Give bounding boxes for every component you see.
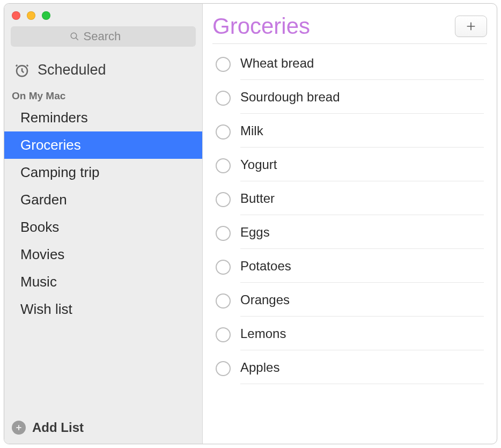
reminder-text: Milk [240,123,484,138]
reminder-checkbox[interactable] [216,226,231,241]
reminder-row[interactable]: Apples [212,350,487,384]
sidebar-list-label: Garden [20,192,67,208]
reminder-text: Butter [240,191,484,206]
reminder-text-wrap: Milk [240,123,484,148]
reminders-container: Wheat breadSourdough breadMilkYogurtButt… [212,44,487,444]
reminder-text: Eggs [240,225,484,240]
sidebar-list-item[interactable]: Groceries [4,131,202,159]
sidebar-list-item[interactable]: Camping trip [4,159,202,186]
reminder-text: Lemons [240,326,484,341]
search-field[interactable] [11,26,196,47]
sidebar-list-label: Wish list [20,301,72,317]
reminder-text-wrap: Apples [240,360,484,384]
reminder-checkbox[interactable] [216,91,231,106]
reminder-text-wrap: Oranges [240,292,484,317]
reminder-row[interactable]: Potatoes [212,249,487,283]
reminder-text-wrap: Yogurt [240,157,484,181]
reminder-checkbox[interactable] [216,192,231,207]
sidebar-list-label: Movies [20,246,64,262]
reminder-row[interactable]: Oranges [212,283,487,317]
search-container [4,24,202,52]
main-panel: Groceries Wheat breadSourdough breadMilk… [203,4,497,444]
reminder-text: Potatoes [240,259,484,274]
svg-point-0 [71,33,77,39]
list-title: Groceries [212,13,310,39]
add-list-label: Add List [32,420,84,435]
sidebar-list-label: Music [20,274,57,290]
search-input[interactable] [84,30,137,43]
sidebar-list-label: Camping trip [20,164,99,180]
search-icon [70,32,79,41]
sidebar-list-item[interactable]: Wish list [4,296,202,323]
app-window: Scheduled On My Mac RemindersGroceriesCa… [4,3,497,444]
plus-icon [465,20,477,32]
sidebar-list-item[interactable]: Movies [4,241,202,268]
lists-container: RemindersGroceriesCamping tripGardenBook… [4,104,202,414]
reminder-checkbox[interactable] [216,293,231,309]
reminder-text: Yogurt [240,157,484,172]
reminder-checkbox[interactable] [216,260,231,275]
reminder-text-wrap: Lemons [240,326,484,350]
reminder-text-wrap: Butter [240,191,484,215]
sidebar-list-item[interactable]: Garden [4,186,202,214]
reminder-row[interactable]: Butter [212,181,487,215]
sidebar-list-label: Books [20,219,59,235]
fullscreen-window-button[interactable] [42,11,50,20]
reminder-text-wrap: Potatoes [240,259,484,283]
reminder-checkbox[interactable] [216,158,231,173]
plus-circle-icon [12,421,26,435]
minimize-window-button[interactable] [27,11,35,20]
reminder-text: Sourdough bread [240,90,484,105]
reminder-checkbox[interactable] [216,327,231,342]
clock-icon [14,62,30,78]
reminder-row[interactable]: Sourdough bread [212,80,487,114]
reminder-text: Wheat bread [240,56,484,71]
reminder-checkbox[interactable] [216,57,231,72]
reminder-row[interactable]: Milk [212,114,487,148]
svg-line-1 [76,38,78,40]
reminder-row[interactable]: Wheat bread [212,46,487,80]
sidebar-list-label: Reminders [20,109,88,126]
reminder-text-wrap: Eggs [240,225,484,249]
add-list-button[interactable]: Add List [4,414,202,444]
add-reminder-button[interactable] [455,16,487,37]
reminder-text: Apples [240,360,484,375]
sidebar: Scheduled On My Mac RemindersGroceriesCa… [4,4,203,444]
section-header-on-my-mac: On My Mac [4,86,202,104]
reminder-row[interactable]: Eggs [212,215,487,249]
reminder-row[interactable]: Yogurt [212,148,487,181]
list-header: Groceries [212,13,487,44]
sidebar-list-item[interactable]: Books [4,214,202,241]
scheduled-smart-list[interactable]: Scheduled [4,52,202,86]
reminder-text-wrap: Sourdough bread [240,90,484,114]
reminder-checkbox[interactable] [216,124,231,139]
sidebar-list-item[interactable]: Music [4,268,202,296]
close-window-button[interactable] [12,11,20,20]
sidebar-list-item[interactable]: Reminders [4,104,202,131]
reminder-text: Oranges [240,292,484,307]
reminder-row[interactable]: Lemons [212,317,487,350]
reminder-text-wrap: Wheat bread [240,56,484,80]
window-controls [4,4,202,24]
reminder-checkbox[interactable] [216,361,231,376]
sidebar-list-label: Groceries [20,137,81,153]
scheduled-label: Scheduled [38,62,106,78]
